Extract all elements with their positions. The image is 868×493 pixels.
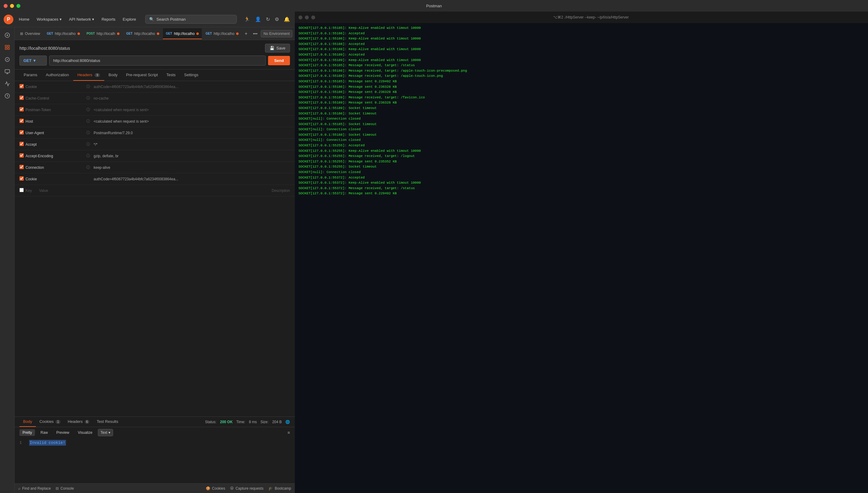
headers-label: Headers <box>78 72 93 77</box>
terminal-line: SOCKET[127.0.0.1:55185]: Message sent 0.… <box>299 79 864 84</box>
settings-label: Settings <box>184 72 199 77</box>
new-tab-button[interactable]: + <box>242 30 250 38</box>
terminal-line: SOCKET[127.0.0.1:55189]: Message receive… <box>299 95 864 101</box>
tab-get-1[interactable]: GET http://localho <box>44 28 83 39</box>
cookies-icon: 🍪 <box>206 486 210 491</box>
term-close-button[interactable] <box>299 16 302 19</box>
term-min-button[interactable] <box>305 16 309 19</box>
wrap-lines-button[interactable]: ≡ <box>287 430 290 435</box>
save-icon: 💾 <box>269 46 275 50</box>
tab-post-1[interactable]: POST http://localh <box>84 28 123 39</box>
nav-home[interactable]: Home <box>16 15 33 23</box>
sidebar-item-new-request[interactable] <box>2 30 13 41</box>
info-icon[interactable]: ⓘ <box>86 142 94 147</box>
header-check[interactable] <box>19 188 25 193</box>
header-check[interactable] <box>19 95 25 101</box>
tab-tests[interactable]: Tests <box>162 69 180 81</box>
sync-icon[interactable]: ↻ <box>265 15 271 23</box>
resp-tab-headers[interactable]: Headers 6 <box>64 417 93 427</box>
logo-letter: P <box>7 17 10 22</box>
desc-placeholder: Description <box>272 189 290 193</box>
tab-body[interactable]: Body <box>104 69 122 81</box>
info-icon[interactable]: ⓘ <box>86 119 94 124</box>
header-check[interactable] <box>19 107 25 112</box>
terminal-line: SOCKET[127.0.0.1:55189]: Keep-Alive enab… <box>299 58 864 63</box>
capture-requests-button[interactable]: ⦿ Capture requests <box>230 486 263 491</box>
search-placeholder: Search Postman <box>157 17 186 22</box>
format-preview-button[interactable]: Preview <box>53 429 72 436</box>
sidebar-item-mock-servers[interactable] <box>2 78 13 89</box>
search-container[interactable]: 🔍 Search Postman <box>145 15 237 24</box>
console-button[interactable]: ⊟ Console <box>56 486 74 491</box>
settings-icon[interactable]: ⚙ <box>274 15 280 23</box>
terminal-body[interactable]: SOCKET[127.0.0.1:55185]: Keep-Alive enab… <box>295 23 868 493</box>
minimize-button[interactable] <box>10 4 14 8</box>
url-input[interactable] <box>49 56 266 66</box>
format-pretty-button[interactable]: Pretty <box>19 429 35 436</box>
app-logo[interactable]: P <box>4 15 13 24</box>
tabs-bar: ⊞ Overview GET http://localho POST http:… <box>15 27 295 40</box>
method-selector[interactable]: GET ▾ <box>19 56 47 66</box>
save-button[interactable]: 💾 Save <box>265 44 290 52</box>
text-type-selector[interactable]: Text ▾ <box>98 429 113 436</box>
tab-settings[interactable]: Settings <box>180 69 203 81</box>
nav-api-network[interactable]: API Network ▾ <box>66 15 97 23</box>
nav-explore[interactable]: Explore <box>120 15 139 23</box>
info-icon[interactable]: ⓘ <box>86 107 94 112</box>
nav-workspaces[interactable]: Workspaces ▾ <box>34 15 65 23</box>
tab-headers[interactable]: Headers 9 <box>73 69 104 81</box>
console-icon: ⊟ <box>56 486 59 491</box>
send-button[interactable]: Send <box>268 56 290 65</box>
resp-tab-body[interactable]: Body <box>19 417 36 427</box>
more-tabs-button[interactable]: ••• <box>250 30 260 37</box>
info-icon[interactable]: ⓘ <box>86 153 94 158</box>
window-controls[interactable] <box>4 4 20 8</box>
bootcamp-button[interactable]: 🎓 Bootcamp <box>268 486 291 491</box>
header-check[interactable] <box>19 119 25 124</box>
find-replace-button[interactable]: ⌕ Find and Replace <box>18 486 51 491</box>
info-icon[interactable]: ⓘ <box>86 130 94 135</box>
bell-icon[interactable]: 🔔 <box>283 15 291 23</box>
header-check[interactable] <box>19 142 25 147</box>
tab-params[interactable]: Params <box>19 69 42 81</box>
tab-get-3[interactable]: GET http://localho <box>163 28 202 39</box>
sidebar-item-apis[interactable] <box>2 54 13 65</box>
header-check[interactable] <box>19 176 25 181</box>
info-icon[interactable]: ⓘ <box>86 95 94 101</box>
cookies-button[interactable]: 🍪 Cookies <box>206 486 225 491</box>
sidebar-item-history[interactable] <box>2 90 13 101</box>
close-button[interactable] <box>4 4 7 8</box>
sidebar-item-collections[interactable] <box>2 42 13 53</box>
maximize-button[interactable] <box>16 4 20 8</box>
header-check[interactable] <box>19 130 25 135</box>
tab-pre-request[interactable]: Pre-request Script <box>122 69 162 81</box>
key-placeholder: Key <box>25 189 32 193</box>
search-box[interactable]: 🔍 Search Postman <box>145 15 237 24</box>
term-max-button[interactable] <box>311 16 315 19</box>
invite-icon[interactable]: 👤 <box>254 15 262 23</box>
tab-get-4[interactable]: GET http://localho <box>202 28 242 39</box>
header-key: Accept-Encoding <box>25 154 86 158</box>
nav-reports[interactable]: Reports <box>99 15 119 23</box>
environment-selector[interactable]: No Environment <box>261 30 292 37</box>
runner-icon[interactable]: 🏃 <box>243 15 251 23</box>
header-check[interactable] <box>19 84 25 89</box>
terminal-line: SOCKET[127.0.0.1:55255]: Accepted <box>299 143 864 148</box>
header-row-host: Host ⓘ <calculated when request is sent> <box>15 116 295 127</box>
terminal-line: SOCKET[127.0.0.1:55186]: Message sent 0.… <box>299 89 864 95</box>
info-icon[interactable]: ⓘ <box>86 84 94 89</box>
info-icon[interactable]: ⓘ <box>86 165 94 170</box>
tab-overview[interactable]: ⊞ Overview <box>17 28 43 39</box>
format-raw-button[interactable]: Raw <box>37 429 51 436</box>
header-check[interactable] <box>19 153 25 158</box>
tab-authorization[interactable]: Authorization <box>42 69 73 81</box>
format-visualize-button[interactable]: Visualize <box>75 429 96 436</box>
tab-get-2[interactable]: GET http://localho <box>123 28 162 39</box>
terminal-controls[interactable] <box>299 16 315 19</box>
header-check[interactable] <box>19 165 25 170</box>
sidebar-item-environments[interactable] <box>2 66 13 77</box>
nav-actions: 🏃 👤 ↻ ⚙ 🔔 <box>243 15 291 23</box>
terminal-line: SOCKET[127.0.0.1:55189]: Message sent 0.… <box>299 100 864 106</box>
resp-tab-test-results[interactable]: Test Results <box>93 417 122 427</box>
resp-tab-cookies[interactable]: Cookies 1 <box>36 417 64 427</box>
